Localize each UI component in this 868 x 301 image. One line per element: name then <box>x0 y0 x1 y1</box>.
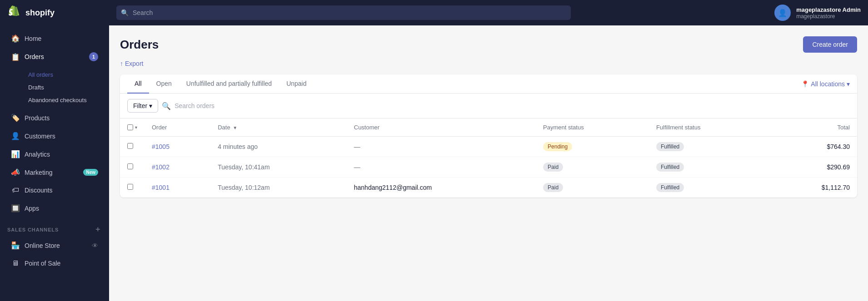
export-button[interactable]: ↑ Export <box>120 60 143 67</box>
main-content: Orders Create order ↑ Export All Open Un… <box>109 25 868 301</box>
sidebar-item-label: Discounts <box>25 187 52 194</box>
table-row: #1005 4 minutes ago — Pending Fulfilled … <box>120 137 857 157</box>
fulfillment-status-badge: Fulfilled <box>656 142 684 151</box>
customer-column-header: Customer <box>347 118 536 137</box>
app-body: 🏠 Home 📋 Orders 1 All orders Drafts Aban… <box>0 25 868 301</box>
date-cell: Tuesday, 10:12am <box>210 178 347 198</box>
search-orders-icon: 🔍 <box>162 102 171 110</box>
payment-status-badge: Paid <box>543 163 563 172</box>
search-input[interactable] <box>116 5 571 20</box>
sidebar-sub-item-abandoned[interactable]: Abandoned checkouts <box>21 94 105 106</box>
sidebar-item-label: Apps <box>25 205 39 212</box>
fulfillment-status-column-header: Fulfillment status <box>649 118 769 137</box>
orders-table: Order Date ▼ Customer Payment status <box>120 118 857 197</box>
total-cell: $1,112.70 <box>769 178 857 198</box>
customer-cell: hanhdang2112@gmail.com <box>347 178 536 198</box>
add-sales-channel-icon[interactable]: ＋ <box>94 225 102 234</box>
sidebar-item-online-store[interactable]: 🏪 Online Store 👁 <box>4 237 105 254</box>
create-order-button[interactable]: Create order <box>803 36 857 53</box>
date-column-header[interactable]: Date ▼ <box>210 118 347 137</box>
fulfillment-status-badge: Fulfilled <box>656 163 684 172</box>
order-link[interactable]: #1001 <box>152 184 170 191</box>
order-link[interactable]: #1005 <box>152 143 170 150</box>
sidebar-item-analytics[interactable]: 📊 Analytics <box>4 145 105 163</box>
orders-table-body: #1005 4 minutes ago — Pending Fulfilled … <box>120 137 857 198</box>
chevron-down-icon <box>847 80 850 88</box>
tab-all[interactable]: All <box>127 74 149 94</box>
row-checkbox[interactable] <box>127 163 133 169</box>
table-header: Order Date ▼ Customer Payment status <box>120 118 857 137</box>
orders-sub-menu: All orders Drafts Abandoned checkouts <box>0 66 109 109</box>
sidebar-item-label: Marketing <box>25 169 52 176</box>
sidebar-item-apps[interactable]: 🔲 Apps <box>4 199 105 217</box>
products-icon: 🏷️ <box>11 113 20 122</box>
tabs-row: All Open Unfulfilled and partially fulfi… <box>120 74 857 94</box>
sidebar-item-label: Online Store <box>25 242 60 249</box>
payment-status-cell: Pending <box>536 137 649 157</box>
user-info: mageplazastore Admin mageplazastore <box>796 6 861 20</box>
search-orders-input[interactable] <box>175 102 850 109</box>
sidebar-item-label: Point of Sale <box>25 260 60 267</box>
sidebar-item-label: Orders <box>25 53 44 60</box>
order-column-header: Order <box>145 118 210 137</box>
order-cell: #1002 <box>145 157 210 178</box>
select-all-chevron[interactable] <box>135 125 137 130</box>
order-cell: #1001 <box>145 178 210 198</box>
tab-open[interactable]: Open <box>149 74 179 94</box>
date-cell: 4 minutes ago <box>210 137 347 157</box>
row-checkbox[interactable] <box>127 143 133 149</box>
sidebar: 🏠 Home 📋 Orders 1 All orders Drafts Aban… <box>0 25 109 301</box>
export-icon: ↑ <box>120 60 123 67</box>
page-header: Orders Create order <box>120 36 857 53</box>
customer-cell: — <box>347 137 536 157</box>
sidebar-item-label: Analytics <box>25 151 50 158</box>
sidebar-sub-item-all-orders[interactable]: All orders <box>21 69 105 81</box>
sales-channels-header: SALES CHANNELS ＋ <box>0 217 109 236</box>
customer-cell: — <box>347 157 536 178</box>
search-bar[interactable]: 🔍 <box>116 5 571 20</box>
tab-unpaid[interactable]: Unpaid <box>279 74 314 94</box>
user-store: mageplazastore <box>796 13 861 20</box>
apps-icon: 🔲 <box>11 204 20 212</box>
sidebar-item-label: Customers <box>25 133 55 140</box>
total-cell: $764.30 <box>769 137 857 157</box>
marketing-new-badge: New <box>83 169 98 176</box>
online-store-icon: 🏪 <box>11 241 20 250</box>
fulfillment-status-badge: Fulfilled <box>656 183 684 192</box>
logo-text: shopify <box>25 8 55 18</box>
user-name: mageplazastore Admin <box>796 6 861 13</box>
locations-button[interactable]: 📍 All locations <box>801 77 850 91</box>
tab-unfulfilled[interactable]: Unfulfilled and partially fulfilled <box>179 74 279 94</box>
row-checkbox-cell <box>120 157 145 178</box>
shopify-logo-icon <box>7 5 22 20</box>
analytics-icon: 📊 <box>11 150 20 158</box>
sidebar-item-point-of-sale[interactable]: 🖥 Point of Sale <box>4 255 105 272</box>
online-store-visibility-icon[interactable]: 👁 <box>92 242 98 249</box>
location-pin-icon: 📍 <box>801 80 809 88</box>
filter-button[interactable]: Filter <box>127 99 158 113</box>
sidebar-item-orders[interactable]: 📋 Orders 1 <box>4 48 105 66</box>
sidebar-item-marketing[interactable]: 📣 Marketing New <box>4 163 105 181</box>
sidebar-sub-item-drafts[interactable]: Drafts <box>21 81 105 94</box>
logo-area: shopify <box>7 5 116 20</box>
fulfillment-status-cell: Fulfilled <box>649 137 769 157</box>
discounts-icon: 🏷 <box>11 186 20 194</box>
top-navigation: shopify 🔍 👤 mageplazastore Admin magepla… <box>0 0 868 25</box>
customers-icon: 👤 <box>11 132 20 140</box>
row-checkbox[interactable] <box>127 184 133 190</box>
sidebar-item-products[interactable]: 🏷️ Products <box>4 109 105 127</box>
sidebar-item-discounts[interactable]: 🏷 Discounts <box>4 182 105 199</box>
select-all-checkbox[interactable] <box>127 124 133 130</box>
orders-card: All Open Unfulfilled and partially fulfi… <box>120 74 857 197</box>
sidebar-item-label: Products <box>25 114 50 122</box>
orders-badge: 1 <box>89 52 98 61</box>
sidebar-item-customers[interactable]: 👤 Customers <box>4 127 105 145</box>
sidebar-item-label: Home <box>25 35 41 42</box>
top-nav-right: 👤 mageplazastore Admin mageplazastore <box>774 5 861 21</box>
date-sort-icon: ▼ <box>233 125 237 130</box>
order-link[interactable]: #1002 <box>152 163 170 171</box>
payment-status-cell: Paid <box>536 157 649 178</box>
order-cell: #1005 <box>145 137 210 157</box>
sidebar-item-home[interactable]: 🏠 Home <box>4 30 105 47</box>
avatar[interactable]: 👤 <box>774 5 791 21</box>
